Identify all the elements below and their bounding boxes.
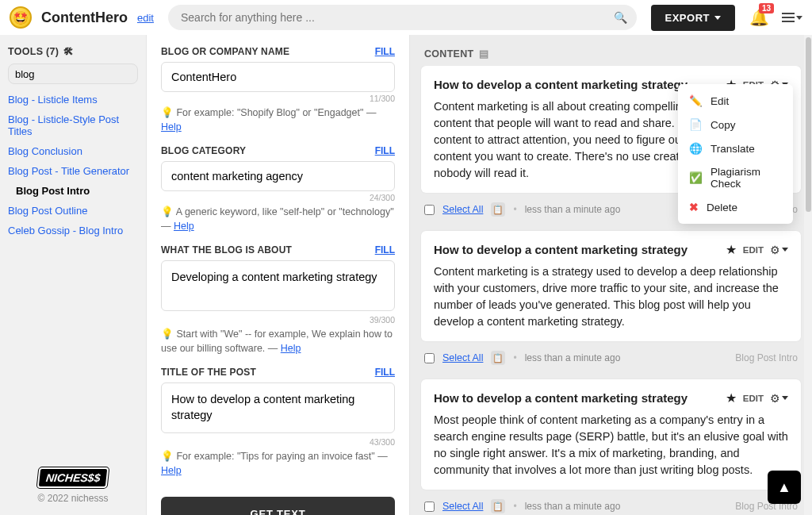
page-scrollbar[interactable] — [804, 35, 812, 515]
field-label-row: TITLE OF THE POSTFILL — [161, 367, 395, 378]
field-input[interactable] — [161, 161, 395, 191]
main-menu-button[interactable] — [782, 13, 802, 22]
document-icon: ▤ — [479, 48, 488, 60]
chevron-down-icon — [714, 16, 721, 20]
field-label-row: BLOG OR COMPANY NAMEFILL — [161, 46, 395, 57]
sidebar-tool-item[interactable]: Blog Post Outline — [8, 203, 138, 218]
char-count: 39/300 — [161, 315, 395, 325]
fill-link[interactable]: FILL — [375, 145, 395, 156]
card-timestamp: less than a minute ago — [525, 352, 621, 363]
star-icon[interactable]: ★ — [726, 242, 737, 257]
field-hint: 💡 For example: "Shopify Blog" or "Engadg… — [161, 106, 395, 134]
brand-name: ContentHero — [41, 10, 128, 26]
sidebar-tool-item[interactable]: Blog - Listicle Items — [8, 92, 138, 107]
gear-icon: ⚙ — [770, 392, 780, 405]
form-field-group: TITLE OF THE POSTFILLHow to develop a co… — [161, 367, 395, 478]
dropdown-item-label: Plagiarism Check — [710, 166, 782, 190]
help-link[interactable]: Help — [174, 221, 194, 232]
field-hint: 💡 A generic keyword, like "self-help" or… — [161, 206, 395, 233]
card-edit-link[interactable]: EDIT — [743, 245, 764, 255]
delete-icon: ✖ — [689, 201, 699, 213]
select-all-link[interactable]: Select All — [442, 204, 483, 215]
separator-dot: • — [513, 204, 516, 215]
hamburger-icon — [782, 13, 795, 22]
card-timestamp: less than a minute ago — [525, 204, 621, 215]
card-meta-row: Select All📋•less than a minute agoBlog P… — [421, 344, 801, 379]
select-all-link[interactable]: Select All — [442, 352, 483, 363]
dropdown-item-translate[interactable]: 🌐Translate — [678, 136, 793, 160]
clipboard-icon[interactable]: 📋 — [491, 202, 505, 217]
card-title: How to develop a content marketing strat… — [434, 78, 719, 91]
dropdown-item-label: Translate — [710, 143, 755, 155]
chevron-down-icon — [796, 16, 802, 20]
dropdown-item-label: Edit — [710, 95, 729, 107]
clipboard-icon[interactable]: 📋 — [491, 499, 505, 513]
edit-icon: ✏️ — [689, 94, 703, 107]
sidebar-tool-item[interactable]: Blog Conclusion — [8, 144, 138, 159]
search-input[interactable] — [168, 5, 637, 30]
field-input[interactable]: How to develop a content marketing strat… — [161, 382, 395, 433]
form-field-group: WHAT THE BLOG IS ABOUTFILLDeveloping a c… — [161, 244, 395, 356]
field-input[interactable] — [161, 62, 395, 92]
field-input[interactable]: Developing a content marketing strategy — [161, 260, 395, 311]
nichesss-logo: NICHES$$ — [36, 467, 109, 488]
card-select-checkbox[interactable] — [424, 502, 435, 512]
card-settings-button[interactable]: ⚙ — [770, 392, 788, 405]
card-settings-button[interactable]: ⚙ — [770, 244, 788, 256]
card-edit-link[interactable]: EDIT — [743, 394, 764, 403]
header: 🤩 ContentHero edit 🔍 EXPORT 🔔 13 — [0, 0, 812, 35]
help-link[interactable]: Help — [281, 343, 301, 354]
notification-badge: 13 — [759, 3, 774, 13]
help-link[interactable]: Help — [161, 121, 182, 133]
content-card: How to develop a content marketing strat… — [421, 379, 801, 490]
sidebar-tool-item[interactable]: Blog Post Intro — [8, 183, 138, 198]
scrollbar-thumb[interactable] — [806, 37, 811, 212]
card-select-checkbox[interactable] — [424, 205, 435, 215]
logo-icon: 🤩 — [10, 6, 32, 29]
star-icon[interactable]: ★ — [726, 390, 737, 405]
fill-link[interactable]: FILL — [375, 46, 395, 57]
sidebar-tool-item[interactable]: Celeb Gossip - Blog Intro — [8, 223, 138, 238]
field-label: TITLE OF THE POST — [161, 367, 256, 378]
help-link[interactable]: Help — [161, 465, 182, 476]
select-all-link[interactable]: Select All — [442, 501, 483, 512]
copyright-text: © 2022 nichesss — [8, 493, 138, 504]
translate-icon: 🌐 — [689, 142, 703, 155]
dropdown-item-plagiarism-check[interactable]: ✅Plagiarism Check — [678, 160, 793, 195]
tools-icon: 🛠 — [63, 46, 74, 57]
dropdown-item-edit[interactable]: ✏️Edit — [678, 89, 793, 113]
separator-dot: • — [513, 501, 516, 512]
notifications-button[interactable]: 🔔 13 — [749, 8, 769, 27]
chevron-up-icon: ▲ — [777, 479, 791, 496]
char-count: 24/300 — [161, 193, 395, 202]
fill-link[interactable]: FILL — [375, 244, 395, 256]
search-icon[interactable]: 🔍 — [614, 11, 627, 24]
content-header-label: CONTENT — [424, 48, 474, 60]
card-title-row: How to develop a content marketing strat… — [434, 390, 788, 405]
tool-filter-input[interactable] — [8, 63, 138, 84]
sidebar-tool-item[interactable]: Blog - Listicle-Style Post Titles — [8, 112, 138, 139]
chevron-down-icon — [782, 396, 788, 400]
content-header: CONTENT ▤ — [410, 35, 812, 66]
sidebar-title: TOOLS (7) 🛠 — [8, 46, 138, 57]
scroll-top-button[interactable]: ▲ — [768, 471, 801, 504]
edit-brand-link[interactable]: edit — [137, 12, 154, 24]
separator-dot: • — [513, 352, 516, 363]
card-title: How to develop a content marketing strat… — [434, 391, 719, 405]
sidebar-tool-item[interactable]: Blog Post - Title Generator — [8, 163, 138, 179]
dropdown-item-copy[interactable]: 📄Copy — [678, 113, 793, 136]
dropdown-item-delete[interactable]: ✖Delete — [678, 195, 793, 219]
gear-icon: ⚙ — [770, 244, 780, 256]
field-label: WHAT THE BLOG IS ABOUT — [161, 244, 292, 256]
main-layout: TOOLS (7) 🛠 Blog - Listicle ItemsBlog - … — [0, 35, 812, 515]
export-label: EXPORT — [665, 12, 710, 24]
card-type-label: Blog Post Intro — [735, 352, 798, 363]
form-field-group: BLOG OR COMPANY NAMEFILL11/300💡 For exam… — [161, 46, 395, 134]
card-select-checkbox[interactable] — [424, 353, 435, 363]
get-text-button[interactable]: GET TEXT — [161, 497, 395, 515]
char-count: 11/300 — [161, 94, 395, 103]
export-button[interactable]: EXPORT — [651, 5, 735, 31]
clipboard-icon[interactable]: 📋 — [491, 351, 505, 365]
sidebar-footer: NICHES$$ © 2022 nichesss — [8, 467, 138, 504]
fill-link[interactable]: FILL — [375, 367, 395, 378]
